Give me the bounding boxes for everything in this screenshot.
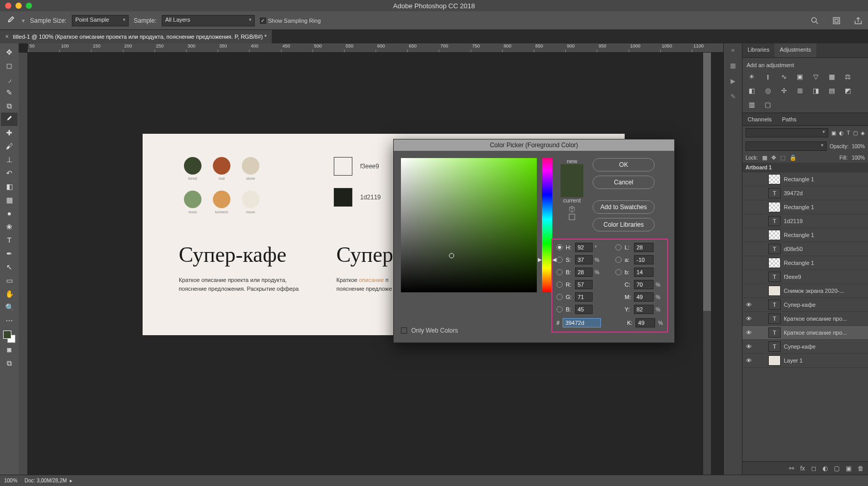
group-icon[interactable]: ▢ — [834, 465, 840, 472]
y-input[interactable] — [634, 305, 654, 314]
channels-tab[interactable]: Channels — [742, 114, 777, 125]
eyedropper-tool[interactable] — [1, 113, 18, 126]
saturation-brightness-field[interactable] — [401, 158, 537, 292]
current-color-box[interactable] — [561, 181, 583, 197]
heal-tool[interactable]: ✚ — [1, 126, 18, 139]
fill-value[interactable]: 100% — [851, 155, 865, 161]
quick-select-tool[interactable]: ✎ — [1, 86, 18, 99]
link-layers-icon[interactable]: ⚯ — [789, 465, 794, 472]
vibrance-icon[interactable]: ▽ — [811, 72, 821, 81]
libraries-tab[interactable]: Libraries — [742, 43, 774, 57]
close-tab-icon[interactable]: × — [5, 33, 9, 40]
hue-sat-icon[interactable]: ▦ — [827, 72, 837, 81]
bb-radio[interactable] — [615, 269, 622, 275]
r-radio[interactable] — [556, 281, 563, 288]
ruler-horizontal[interactable]: 5010015020025030035040045050055060065070… — [28, 43, 723, 53]
layer-row[interactable]: 👁Tf3eee9 — [742, 270, 868, 284]
delete-layer-icon[interactable]: 🗑 — [858, 465, 864, 472]
brush-panel-icon[interactable]: ✎ — [731, 93, 736, 100]
c-input[interactable] — [634, 280, 654, 289]
brush-tool[interactable]: 🖌 — [1, 139, 18, 153]
threshold-icon[interactable]: ◩ — [843, 86, 853, 95]
eyedropper-tool-icon[interactable] — [5, 15, 17, 26]
h-input[interactable] — [575, 243, 593, 252]
lock-pixels-icon[interactable]: ▦ — [762, 154, 767, 161]
share-icon[interactable] — [854, 16, 863, 25]
layer-row[interactable]: 👁TСупер-кафе — [742, 340, 868, 354]
sample-dropdown[interactable]: All Layers — [162, 15, 255, 26]
cancel-button[interactable]: Cancel — [593, 176, 655, 189]
play-panel-icon[interactable]: ▶ — [731, 77, 735, 85]
dodge-tool[interactable]: ❀ — [1, 220, 18, 233]
lock-all-icon[interactable]: 🔒 — [789, 154, 797, 161]
cube-icon[interactable] — [568, 206, 576, 213]
r-input[interactable] — [575, 280, 593, 289]
m-input[interactable] — [634, 292, 654, 302]
edit-toolbar[interactable]: ⋯ — [1, 314, 18, 327]
bl-input[interactable] — [575, 305, 593, 314]
brightness-icon[interactable]: ☀ — [747, 72, 757, 81]
vertical-scrollbar[interactable] — [703, 53, 711, 475]
minimize-window-icon[interactable] — [16, 3, 22, 9]
blend-mode-dropdown[interactable] — [746, 128, 828, 137]
foreground-color[interactable] — [3, 331, 11, 339]
dialog-title[interactable]: Color Picker (Foreground Color) — [394, 139, 674, 151]
hue-slider[interactable]: ▶ ◀ — [542, 158, 552, 292]
l-radio[interactable] — [615, 244, 622, 250]
chevron-right-icon[interactable]: ▸ — [70, 478, 72, 483]
layer-row[interactable]: 👁Layer 1 — [742, 354, 868, 368]
a-input[interactable] — [634, 255, 654, 264]
g-input[interactable] — [575, 292, 593, 302]
layer-row[interactable]: 👁TКраткое описание про... — [742, 326, 868, 340]
opacity-mode-dropdown[interactable] — [746, 142, 827, 151]
screen-mode[interactable]: ⧉ — [1, 356, 18, 370]
square-icon[interactable] — [569, 214, 575, 220]
bw-icon[interactable]: ◧ — [747, 86, 757, 95]
layer-row[interactable]: 👁Rectangle 1 — [742, 228, 868, 242]
color-swatches[interactable] — [3, 331, 16, 343]
maximize-window-icon[interactable] — [26, 3, 32, 9]
l-input[interactable] — [634, 243, 654, 252]
s-radio[interactable] — [556, 257, 563, 263]
color-libraries-button[interactable]: Color Libraries — [593, 218, 655, 231]
curves-icon[interactable]: ∿ — [779, 72, 789, 81]
ok-button[interactable]: OK — [593, 158, 655, 171]
layer-row[interactable]: 👁TСупер-кафе — [742, 298, 868, 312]
g-radio[interactable] — [556, 294, 563, 300]
layer-row[interactable]: 👁Td08e50 — [742, 242, 868, 256]
selective-color-icon[interactable]: ▢ — [763, 100, 773, 108]
collapse-arrows-icon[interactable]: « — [731, 46, 735, 54]
layer-row[interactable]: 👁Rectangle 1 — [742, 200, 868, 214]
type-tool[interactable]: T — [1, 233, 18, 247]
layer-row[interactable]: 👁Снимок экрана 2020-... — [742, 284, 868, 298]
levels-icon[interactable]: ⫿ — [763, 72, 773, 81]
layer-filter-shape-icon[interactable]: ▢ — [853, 130, 858, 136]
posterize-icon[interactable]: ▤ — [827, 86, 837, 95]
document-tab[interactable]: × titled-1 @ 100% (Краткое описание прое… — [0, 30, 272, 43]
gradient-tool[interactable]: ▦ — [1, 193, 18, 207]
crop-tool[interactable]: ⧉ — [1, 99, 18, 113]
color-lookup-icon[interactable]: ⊞ — [795, 86, 805, 95]
layer-row[interactable]: 👁Rectangle 1 — [742, 256, 868, 270]
quick-mask[interactable]: ◙ — [1, 343, 18, 356]
eraser-tool[interactable]: ◧ — [1, 180, 18, 193]
a-radio[interactable] — [615, 257, 622, 263]
history-panel-icon[interactable]: ▦ — [730, 62, 736, 69]
blur-tool[interactable]: ● — [1, 207, 18, 220]
pen-tool[interactable]: ✒ — [1, 247, 18, 260]
show-sampling-ring-checkbox[interactable]: ✓Show Sampling Ring — [260, 18, 321, 24]
doc-info[interactable]: Doc: 3,00M/28,2M — [25, 478, 67, 483]
gradient-map-icon[interactable]: ▥ — [747, 100, 757, 108]
history-brush-tool[interactable]: ↶ — [1, 166, 18, 180]
ruler-vertical[interactable] — [19, 53, 28, 475]
b-radio[interactable] — [556, 269, 563, 275]
add-to-swatches-button[interactable]: Add to Swatches — [593, 200, 655, 214]
lock-artboard-icon[interactable]: ⬚ — [780, 154, 785, 161]
layer-row[interactable]: 👁Rectangle 1 — [742, 173, 868, 186]
exposure-icon[interactable]: ▣ — [795, 72, 805, 81]
adjustments-tab[interactable]: Adjustments — [774, 43, 816, 57]
lock-position-icon[interactable]: ✥ — [771, 154, 776, 161]
path-select-tool[interactable]: ↖ — [1, 260, 18, 274]
stamp-tool[interactable]: ⊥ — [1, 153, 18, 166]
close-window-icon[interactable] — [5, 3, 11, 9]
